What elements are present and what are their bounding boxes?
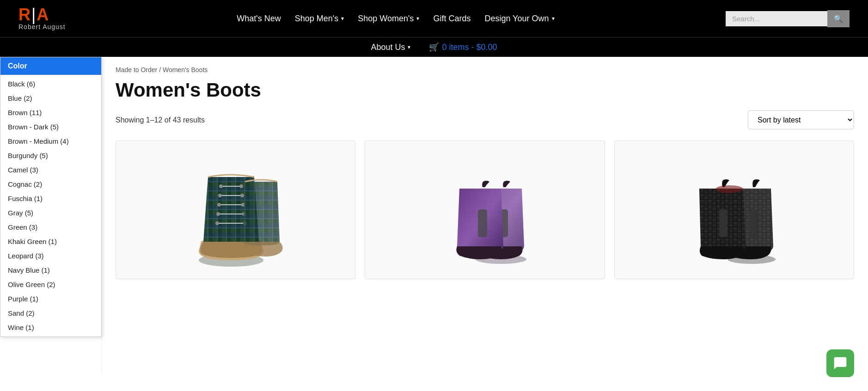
sidebar: Color Black (6)Blue (2)Brown (11)Brown -… [0, 57, 102, 374]
logo-subtitle: Robert August [18, 23, 66, 31]
chevron-down-icon: ▾ [408, 44, 410, 50]
svg-point-11 [219, 184, 223, 188]
svg-point-14 [240, 194, 244, 197]
cart-link[interactable]: 🛒 0 items - $0.00 [429, 42, 497, 52]
search-button[interactable]: 🔍 [827, 10, 850, 27]
main-nav: What's New Shop Men's ▾ Shop Women's ▾ G… [237, 14, 554, 24]
color-list-item[interactable]: Purple (1) [0, 292, 101, 306]
sub-header: About Us ▾ 🛒 0 items - $0.00 [0, 37, 868, 57]
nav-about-us[interactable]: About Us ▾ [371, 43, 410, 52]
svg-rect-31 [749, 209, 758, 237]
product-image [116, 145, 355, 274]
color-list-item[interactable]: Brown - Medium (4) [0, 134, 101, 148]
chevron-down-icon: ▾ [341, 15, 344, 22]
svg-point-19 [215, 221, 219, 225]
color-list-item[interactable]: Camel (3) [0, 163, 101, 177]
breadcrumb-home[interactable]: Made to Order [116, 66, 157, 73]
color-list-item[interactable]: Black (6) [0, 77, 101, 91]
nav-womens-shop[interactable]: Shop Women's ▾ [358, 14, 419, 24]
product-image [615, 145, 854, 274]
nav-mens-shop[interactable]: Shop Men's ▾ [295, 14, 344, 24]
boot-svg-1 [185, 149, 287, 269]
color-list-item[interactable]: Olive Green (2) [0, 277, 101, 292]
chevron-down-icon: ▾ [552, 15, 555, 22]
color-list-item[interactable]: Fuschia (1) [0, 191, 101, 206]
nav-whats-new[interactable]: What's New [237, 14, 281, 24]
svg-point-33 [715, 185, 743, 193]
product-card[interactable] [614, 141, 854, 279]
color-list-item[interactable]: Leopard (3) [0, 249, 101, 263]
color-list-item[interactable]: Khaki Green (1) [0, 234, 101, 249]
svg-rect-32 [719, 209, 727, 237]
results-count: Showing 1–12 of 43 results [116, 116, 205, 124]
color-dropdown: Color Black (6)Blue (2)Brown (11)Brown -… [0, 57, 102, 337]
product-card[interactable] [365, 141, 605, 279]
breadcrumb-separator: / [159, 66, 163, 73]
results-bar: Showing 1–12 of 43 results Sort by lates… [116, 110, 854, 129]
color-list-item[interactable]: Wine (1) [0, 320, 101, 335]
chat-widget[interactable] [826, 349, 854, 374]
color-list-item[interactable]: Navy Blue (1) [0, 263, 101, 277]
chevron-down-icon: ▾ [416, 15, 419, 22]
color-list: Black (6)Blue (2)Brown (11)Brown - Dark … [0, 75, 101, 336]
svg-point-12 [239, 184, 243, 188]
nav-design-your-own[interactable]: Design Your Own ▾ [484, 14, 554, 24]
search-icon: 🔍 [834, 15, 843, 23]
product-image [365, 145, 604, 274]
search-input[interactable] [726, 11, 827, 26]
color-list-item[interactable]: Cognac (2) [0, 177, 101, 191]
color-list-item[interactable]: Sand (2) [0, 306, 101, 320]
breadcrumb: Made to Order / Women's Boots [116, 66, 854, 73]
logo-pipe: | [31, 5, 36, 24]
svg-point-13 [218, 194, 222, 197]
color-list-item[interactable]: Burgundy (5) [0, 148, 101, 163]
chat-icon [833, 356, 848, 371]
page-title: Women's Boots [116, 79, 854, 101]
main-header: R|A Robert August What's New Shop Men's … [0, 0, 868, 37]
content-area: Made to Order / Women's Boots Women's Bo… [102, 57, 868, 374]
main-content: Color Black (6)Blue (2)Brown (11)Brown -… [0, 57, 868, 374]
boot-svg-3 [683, 149, 785, 269]
logo-r: R [18, 5, 31, 24]
cart-icon: 🛒 [429, 42, 439, 52]
color-dropdown-header: Color [0, 57, 101, 75]
search-area: 🔍 [726, 10, 850, 27]
logo-a: A [37, 5, 49, 24]
color-list-item[interactable]: Brown (11) [0, 105, 101, 120]
nav-gift-cards[interactable]: Gift Cards [433, 14, 471, 24]
color-list-item[interactable]: Blue (2) [0, 91, 101, 105]
color-list-item[interactable]: Brown - Dark (5) [0, 120, 101, 134]
product-grid [116, 141, 854, 279]
svg-point-15 [217, 203, 221, 207]
svg-rect-23 [478, 209, 487, 237]
sort-select[interactable]: Sort by latestSort by popularitySort by … [748, 110, 854, 129]
color-list-item[interactable]: Green (3) [0, 220, 101, 234]
logo[interactable]: R|A Robert August [18, 6, 66, 31]
product-card[interactable] [116, 141, 355, 279]
boot-svg-2 [434, 149, 536, 269]
breadcrumb-current: Women's Boots [163, 66, 208, 73]
svg-point-17 [216, 212, 220, 216]
color-list-item[interactable]: Gray (5) [0, 206, 101, 220]
